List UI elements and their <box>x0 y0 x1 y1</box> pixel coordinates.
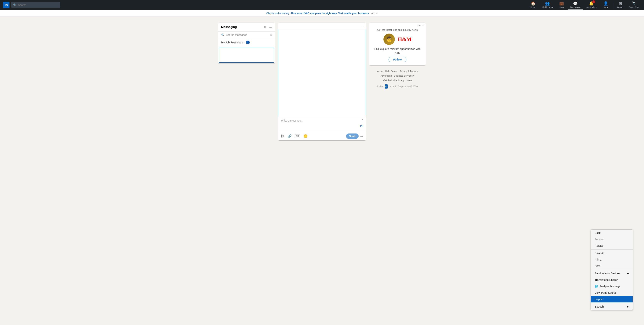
message-search-input[interactable] <box>226 33 269 36</box>
ctx-forward: Forward <box>591 236 632 242</box>
home-icon: 🏠 <box>531 1 536 6</box>
main-layout: Messaging ✏ ··· 🔍 ≡ My Job Post inbox › … <box>215 20 429 143</box>
footer-links: About Help Center Privacy & Terms ▾ Adve… <box>369 67 426 91</box>
footer-more[interactable]: More <box>406 79 412 82</box>
linkedin-logo[interactable]: in <box>3 2 10 8</box>
nav-item-label: Jobs <box>560 6 564 8</box>
hm-logo: H&M <box>398 36 412 42</box>
chat-toolbar-right: Send ··· <box>346 134 363 139</box>
message-search-icon: 🔍 <box>221 33 224 36</box>
footer-links-row1: About Help Center Privacy & Terms ▾ <box>370 69 425 74</box>
ctx-view-source[interactable]: View Page Source <box>591 290 632 296</box>
ctx-send-to-devices[interactable]: Send to Your Devices ▶ <box>591 270 632 277</box>
ad-banner: Clients prefer texting - Run your HVAC c… <box>0 10 644 17</box>
ctx-speech-arrow: ▶ <box>627 305 629 308</box>
nav-items: 🏠 Home 👥 My Network 💼 Jobs 💬 Messaging 🔔… <box>528 0 641 10</box>
inbox-label-text: My Job Post inbox <box>221 41 243 44</box>
footer-advertising[interactable]: Advertising <box>380 74 392 77</box>
nav-item-sales-nav[interactable]: 🔭 Sales Nav <box>627 0 641 10</box>
ctx-translate-label: Translate to English <box>595 278 618 282</box>
link-icon[interactable]: 🔗 <box>288 134 292 138</box>
ctx-inspect-label: Inspect <box>595 298 603 301</box>
ad-label: Ad <box>371 12 374 14</box>
footer-help[interactable]: Help Center <box>385 70 398 72</box>
ctx-inspect[interactable]: Inspect <box>591 296 632 302</box>
footer-about[interactable]: About <box>377 70 383 72</box>
send-more-icon[interactable]: ··· <box>360 134 363 138</box>
nav-item-messaging[interactable]: 💬 Messaging <box>568 0 583 10</box>
footer-copyright: Linkedin LinkedIn Corporation © 2020 <box>370 84 425 89</box>
ctx-send-arrow: ▶ <box>627 272 629 275</box>
copyright-text: LinkedIn Corporation © 2020 <box>388 84 418 89</box>
messaging-title: Messaging <box>221 26 237 29</box>
ad-card-logos: 👨 H&M <box>372 34 423 45</box>
nav-divider <box>613 2 613 8</box>
me-icon: 👤 <box>604 1 608 6</box>
emoji-icon[interactable]: 🙂 <box>304 134 308 138</box>
ctx-speech-label: Speech <box>595 305 604 308</box>
follow-button[interactable]: Follow <box>388 57 406 62</box>
search-bar[interactable]: 🔍 <box>11 2 60 8</box>
message-search-bar: 🔍 ≡ <box>218 32 275 38</box>
messaging-more-icon[interactable]: ··· <box>269 25 272 29</box>
conversation-item[interactable] <box>219 48 274 63</box>
ctx-save-as-label: Save As... <box>595 252 607 255</box>
nav-item-me[interactable]: 👤 Me ▾ <box>600 0 612 10</box>
nav-item-label: Messaging <box>570 6 580 8</box>
nav-item-work[interactable]: ⊞ Work ▾ <box>615 0 626 10</box>
ctx-cast-label: Cast... <box>595 264 602 268</box>
ctx-back-label: Back <box>595 231 600 234</box>
chat-toolbar: 🖼 🔗 GIF 🙂 Send ··· <box>278 132 366 140</box>
my-network-icon: 👥 <box>545 1 550 6</box>
inbox-label[interactable]: My Job Post inbox › 10 <box>218 38 275 47</box>
sales-nav-icon: 🔭 <box>632 1 636 6</box>
nav-item-label: My Network <box>542 6 553 8</box>
inbox-chevron: › <box>244 41 244 44</box>
ad-card-label: Ad <box>418 24 420 27</box>
nav-item-home[interactable]: 🏠 Home <box>528 0 539 10</box>
refresh-icon[interactable]: ↺ <box>360 124 363 128</box>
search-input[interactable] <box>18 4 58 6</box>
compose-icon[interactable]: ✏ <box>264 25 267 29</box>
ctx-send-to-devices-label: Send to Your Devices <box>595 272 620 275</box>
ctx-reload[interactable]: Reload <box>591 242 632 249</box>
chat-header: ··· <box>278 23 366 30</box>
work-icon: ⊞ <box>619 1 622 6</box>
nav-item-jobs[interactable]: 💼 Jobs <box>556 0 568 10</box>
nav-item-notifications[interactable]: 🔔 4 Notifications <box>584 0 600 10</box>
image-icon[interactable]: 🖼 <box>281 134 284 138</box>
messaging-header: Messaging ✏ ··· <box>218 23 275 32</box>
filter-icon[interactable]: ≡ <box>270 33 272 36</box>
footer-privacy[interactable]: Privacy & Terms ▾ <box>400 70 418 72</box>
send-button[interactable]: Send <box>346 134 358 139</box>
ctx-view-source-label: View Page Source <box>595 291 616 294</box>
ctx-back[interactable]: Back <box>591 230 632 236</box>
ad-card-body: Get the latest jobs and industry news 👨 … <box>369 28 426 65</box>
inbox-badge: 10 <box>246 40 250 44</box>
ad-banner-dots[interactable]: ··· <box>376 12 378 14</box>
chat-area: ··· Write a message... ^ ↺ 🖼 🔗 GIF 🙂 <box>278 23 366 140</box>
ad-banner-link[interactable]: Clients prefer texting - Run your HVAC c… <box>266 12 370 14</box>
ctx-translate[interactable]: Translate to English <box>591 277 632 283</box>
ctx-save-as[interactable]: Save As... <box>591 250 632 256</box>
nav-item-my-network[interactable]: 👥 My Network <box>540 0 555 10</box>
footer-links-row3: Get the LinkedIn app More <box>370 78 425 83</box>
ctx-divider-1 <box>591 249 632 250</box>
ctx-forward-label: Forward <box>595 238 604 241</box>
chat-header-dots[interactable]: ··· <box>361 24 364 28</box>
ad-card-top-text: Get the latest jobs and industry news <box>372 28 423 31</box>
context-menu: Back Forward Reload Save As... Print... … <box>591 230 632 310</box>
messaging-header-actions: ✏ ··· <box>264 25 272 29</box>
gif-button[interactable]: GIF <box>295 134 300 138</box>
nav-item-label: Notifications <box>586 6 597 8</box>
chat-body <box>278 30 366 117</box>
ctx-cast[interactable]: Cast... <box>591 263 632 269</box>
nav-item-label: Home <box>530 6 536 8</box>
ctx-analyze[interactable]: 🌐 Analyze this page <box>591 283 632 290</box>
footer-app[interactable]: Get the LinkedIn app <box>383 79 404 82</box>
ctx-print[interactable]: Print... <box>591 256 632 263</box>
footer-business[interactable]: Business Services ▾ <box>394 74 414 77</box>
ctx-speech[interactable]: Speech ▶ <box>591 304 632 310</box>
ad-card-dots[interactable]: ··· <box>422 24 424 27</box>
chat-expand-icon[interactable]: ^ <box>362 119 363 122</box>
